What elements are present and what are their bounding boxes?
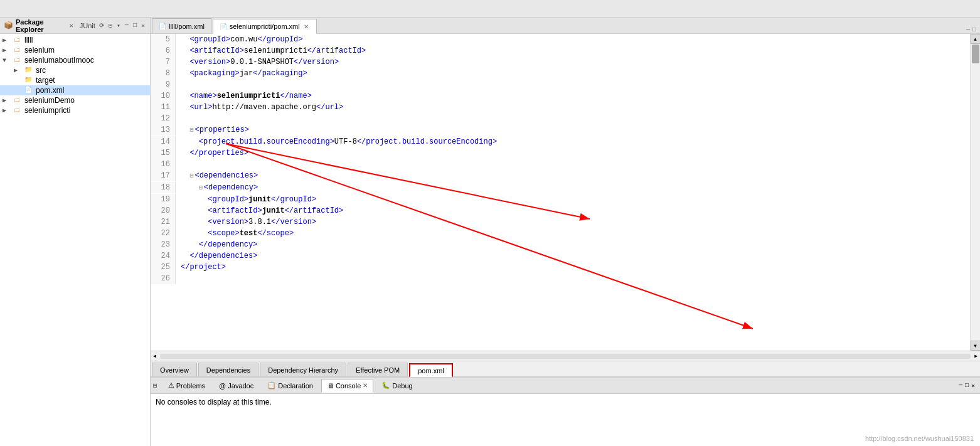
line-num-25: 25 bbox=[151, 262, 176, 273]
scroll-thumb[interactable] bbox=[972, 45, 979, 63]
vertical-scrollbar[interactable]: ▲ ▼ bbox=[970, 34, 980, 351]
hscroll-left-btn[interactable]: ◀ bbox=[151, 353, 159, 359]
code-line-5: 5 <groupId>com.wu</groupId> bbox=[151, 34, 970, 45]
editor-maximize-icon[interactable]: □ bbox=[972, 26, 976, 33]
minimize-icon[interactable]: ─ bbox=[124, 21, 130, 30]
tree-arrow-lllll: ▶ bbox=[3, 36, 11, 44]
debug-icon: 🐛 bbox=[381, 381, 390, 390]
tab-close-seleniumpricti[interactable]: ✕ bbox=[302, 23, 310, 30]
tab-pom-xml-label: pom.xml bbox=[418, 367, 444, 374]
tab-declaration[interactable]: 📋 Declaration bbox=[262, 379, 319, 393]
line-num-20: 20 bbox=[151, 205, 176, 216]
tree-item-target[interactable]: ▶ 📁 target bbox=[0, 75, 150, 85]
code-line-20: 20 <artifactId>junit</artifactId> bbox=[151, 205, 970, 216]
tab-effective-pom[interactable]: Effective POM bbox=[348, 363, 408, 376]
problems-icon: ⚠ bbox=[168, 381, 174, 390]
collapse-17[interactable]: ⊟ bbox=[189, 173, 193, 179]
editor-tabs: 📄 lllll/pom.xml 📄 seleniumpricti/pom.xml… bbox=[151, 18, 980, 34]
code-line-24: 24 </dependencies> bbox=[151, 250, 970, 262]
bottom-maximize-icon[interactable]: □ bbox=[965, 382, 969, 390]
scroll-down-btn[interactable]: ▼ bbox=[971, 341, 981, 351]
line-num-5: 5 bbox=[151, 34, 176, 45]
code-line-12: 12 bbox=[151, 113, 970, 124]
project-icon-selenium: 🗂 bbox=[11, 46, 23, 55]
tab-console[interactable]: 🖥 Console ✕ bbox=[321, 379, 373, 393]
tree-item-seleniumaboutImooc[interactable]: ▼ 🗂 seleniumaboutImooc bbox=[0, 55, 150, 65]
tab-lllll-pom[interactable]: 📄 lllll/pom.xml bbox=[152, 18, 211, 33]
code-line-23: 23 </dependency> bbox=[151, 239, 970, 250]
scroll-track[interactable] bbox=[971, 44, 980, 341]
code-line-22: 22 <scope>test</scope> bbox=[151, 228, 970, 239]
tree-label-lllll: lllll bbox=[24, 36, 33, 45]
line-num-16: 16 bbox=[151, 159, 176, 170]
tree-arrow-selenium: ▶ bbox=[3, 46, 11, 54]
panel-close-icon[interactable]: ✕ bbox=[70, 22, 73, 29]
line-num-23: 23 bbox=[151, 239, 176, 250]
tree-item-src[interactable]: ▶ 📁 src bbox=[0, 65, 150, 75]
tab-dependencies[interactable]: Dependencies bbox=[198, 363, 258, 376]
line-content-16 bbox=[176, 159, 185, 170]
code-line-8: 8 <packaging>jar</packaging> bbox=[151, 68, 970, 79]
line-num-9: 9 bbox=[151, 79, 176, 90]
bottom-minimize-icon[interactable]: ─ bbox=[959, 382, 962, 390]
collapse-13[interactable]: ⊟ bbox=[189, 127, 193, 134]
hscroll-right-btn[interactable]: ▶ bbox=[972, 353, 980, 359]
maximize-icon[interactable]: □ bbox=[132, 21, 138, 30]
line-content-12 bbox=[176, 113, 185, 124]
tab-debug[interactable]: 🐛 Debug bbox=[376, 379, 418, 393]
sync-icon[interactable]: ⟳ bbox=[98, 21, 105, 30]
tree-arrow-seleniumpricti: ▶ bbox=[3, 107, 11, 114]
menu-icon[interactable]: ▾ bbox=[115, 21, 122, 30]
tree-arrow-seleniumaboutImooc: ▼ bbox=[3, 57, 11, 64]
code-line-16: 16 bbox=[151, 159, 970, 170]
code-line-11: 11 <url>http://maven.apache.org</url> bbox=[151, 102, 970, 113]
bottom-close-icon[interactable]: ✕ bbox=[971, 382, 975, 390]
tree-item-pom-xml[interactable]: ▶ 📄 pom.xml bbox=[0, 85, 150, 95]
code-line-15: 15 </properties> bbox=[151, 147, 970, 159]
javadoc-icon: @ bbox=[219, 382, 226, 390]
line-num-12: 12 bbox=[151, 113, 176, 124]
hscroll-track[interactable] bbox=[160, 354, 971, 359]
code-view[interactable]: 5 <groupId>com.wu</groupId> 6 <artifactI… bbox=[151, 34, 970, 351]
line-num-19: 19 bbox=[151, 194, 176, 205]
editor-area: 5 <groupId>com.wu</groupId> 6 <artifactI… bbox=[151, 34, 980, 351]
line-num-13: 13 bbox=[151, 124, 176, 135]
tree-item-seleniumDemo[interactable]: ▶ 🗂 seleniumDemo bbox=[0, 95, 150, 105]
close-panel-icon[interactable]: ✕ bbox=[140, 21, 146, 30]
tree-item-lllll[interactable]: ▶ 🗂 lllll bbox=[0, 35, 150, 45]
project-icon-seleniumDemo: 🗂 bbox=[11, 96, 23, 105]
tab-dependency-hierarchy[interactable]: Dependency Hierarchy bbox=[260, 363, 346, 376]
editor-window-controls: ─ □ bbox=[966, 26, 979, 33]
tree-label-seleniumaboutImooc: seleniumaboutImooc bbox=[24, 56, 94, 65]
tab-problems[interactable]: ⚠ Problems bbox=[162, 379, 211, 393]
tab-pom-xml[interactable]: pom.xml bbox=[409, 363, 453, 377]
line-content-23: </dependency> bbox=[176, 239, 257, 250]
bottom-panel-icon: ⊟ bbox=[153, 381, 157, 390]
tab-seleniumpricti-pom[interactable]: 📄 seleniumpricti/pom.xml ✕ bbox=[213, 19, 317, 34]
tree-item-selenium[interactable]: ▶ 🗂 selenium bbox=[0, 45, 150, 55]
horizontal-scrollbar[interactable]: ◀ ▶ bbox=[151, 351, 980, 361]
tab-console-close[interactable]: ✕ bbox=[363, 382, 368, 389]
tab-xml-icon-2: 📄 bbox=[220, 23, 227, 30]
line-num-14: 14 bbox=[151, 136, 176, 147]
tree-label-seleniumpricti: seleniumpricti bbox=[24, 106, 70, 115]
project-icon-seleniumpricti: 🗂 bbox=[11, 106, 23, 115]
line-num-26: 26 bbox=[151, 273, 176, 284]
line-num-21: 21 bbox=[151, 216, 176, 228]
tab-javadoc[interactable]: @ Javadoc bbox=[213, 379, 259, 393]
panel-header: 📦 Package Explorer ✕ JUnit ⟳ ⊟ ▾ ─ □ ✕ bbox=[0, 18, 150, 34]
editor-minimize-icon[interactable]: ─ bbox=[966, 26, 970, 33]
console-message: No consoles to display at this time. bbox=[156, 398, 272, 406]
xml-icon: 📄 bbox=[23, 86, 34, 95]
line-content-7: <version>0.0.1-SNAPSHOT</version> bbox=[176, 56, 339, 68]
collapse-all-icon[interactable]: ⊟ bbox=[107, 21, 114, 30]
tab-overview[interactable]: Overview bbox=[152, 363, 197, 376]
tree-item-seleniumpricti[interactable]: ▶ 🗂 seleniumpricti bbox=[0, 105, 150, 115]
line-content-17: ⊟<dependencies> bbox=[176, 170, 258, 182]
junit-tab-label[interactable]: JUnit bbox=[80, 22, 95, 29]
main-container: 📦 Package Explorer ✕ JUnit ⟳ ⊟ ▾ ─ □ ✕ ▶ bbox=[0, 0, 980, 446]
tree-area: ▶ 🗂 lllll ▶ 🗂 selenium ▼ 🗂 seleniumabout… bbox=[0, 34, 150, 446]
code-line-13: 13 ⊟<properties> bbox=[151, 124, 970, 136]
scroll-up-btn[interactable]: ▲ bbox=[971, 34, 981, 44]
collapse-18[interactable]: ⊟ bbox=[199, 184, 203, 191]
